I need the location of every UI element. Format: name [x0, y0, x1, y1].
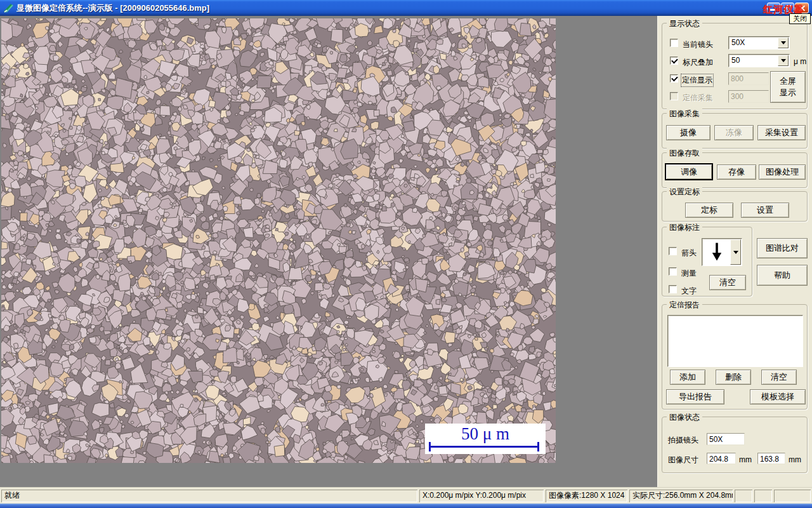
title-bar: 显微图像定倍系统--演示版 - [20090602055646.bmp] — [0, 0, 812, 16]
down-arrow-icon — [711, 243, 723, 262]
current-lens-select[interactable]: 50X — [728, 36, 790, 50]
fullscreen-button[interactable]: 全屏 显示 — [770, 71, 806, 103]
taskbar-edge — [0, 504, 812, 508]
scale-bar-overlay: 50 μ m — [425, 424, 546, 454]
status-empty-panel — [754, 490, 772, 502]
minimize-button[interactable] — [767, 3, 780, 13]
chevron-down-icon[interactable] — [778, 37, 789, 48]
export-report-button[interactable]: 导出报告 — [666, 389, 724, 404]
fixed-capture-checkbox — [670, 92, 678, 100]
fixed-capture-label: 定倍采集 — [683, 93, 713, 104]
scale-overlay-unit: μ m — [794, 57, 806, 66]
status-pixel-scale: X:0.200μ m/pix Y:0.200μ m/pix — [419, 490, 544, 502]
control-panel: 显示状态 当前镜头 50X 标尺叠加 50 μ m 定倍显示 800 定倍采集 … — [657, 16, 812, 487]
status-ready: 就绪 — [1, 490, 417, 502]
group-image-storage: 图像存取 调像 存像 图像处理 — [662, 152, 808, 188]
text-label: 文字 — [681, 286, 697, 297]
image-height-unit: mm — [789, 455, 801, 464]
capture-button[interactable]: 摄像 — [666, 125, 710, 140]
restore-button[interactable] — [781, 3, 794, 13]
group-title: 图像标注 — [667, 222, 702, 233]
save-image-button[interactable]: 存像 — [717, 164, 756, 180]
template-select-button[interactable]: 模板选择 — [750, 389, 806, 404]
app-window: 显微图像定倍系统--演示版 - [20090602055646.bmp] 红河仪… — [0, 0, 812, 508]
report-delete-button[interactable]: 删除 — [716, 370, 751, 385]
image-height-field: 163.8 — [757, 453, 785, 464]
window-title: 显微图像定倍系统--演示版 - [20090602055646.bmp] — [16, 3, 209, 14]
group-title: 设置定标 — [667, 187, 702, 197]
image-width-unit: mm — [739, 455, 752, 464]
annotation-clear-button[interactable]: 清空 — [709, 275, 746, 290]
image-size-label: 图像尺寸 — [668, 455, 698, 465]
capture-settings-button[interactable]: 采集设置 — [757, 125, 806, 140]
minimize-icon — [770, 9, 775, 11]
group-calibration: 设置定标 定标 设置 — [662, 191, 808, 222]
image-process-button[interactable]: 图像处理 — [759, 164, 806, 180]
report-add-button[interactable]: 添加 — [670, 370, 705, 385]
settings-button[interactable]: 设置 — [741, 203, 789, 218]
status-empty-panel — [735, 490, 752, 502]
lens-value-field: 50X — [707, 433, 745, 445]
group-display-status: 显示状态 当前镜头 50X 标尺叠加 50 μ m 定倍显示 800 定倍采集 … — [662, 23, 808, 109]
image-width-field: 204.8 — [707, 453, 736, 464]
group-title: 图像采集 — [667, 109, 702, 119]
group-image-capture: 图像采集 摄像 冻像 采集设置 — [662, 113, 808, 149]
status-empty-panel — [774, 490, 811, 502]
scale-bar-line — [429, 446, 539, 448]
status-actual-size: 实际尺寸:256.0mm X 204.8mm — [629, 490, 733, 502]
load-image-button[interactable]: 调像 — [665, 163, 713, 180]
status-bar: 就绪 X:0.200μ m/pix Y:0.200μ m/pix 图像像素:12… — [0, 487, 812, 504]
group-annotation: 图像标注 箭头 测量 文字 清空 — [662, 227, 752, 297]
fixed-capture-input: 300 — [728, 90, 769, 103]
fixed-display-input: 800 — [728, 72, 769, 85]
scale-overlay-label: 标尺叠加 — [683, 57, 713, 68]
chevron-down-icon[interactable] — [778, 55, 789, 66]
current-lens-checkbox[interactable] — [670, 39, 678, 47]
arrow-checkbox[interactable] — [669, 247, 677, 255]
micrograph-image — [1, 18, 556, 463]
lens-label: 拍摄镜头 — [668, 435, 698, 446]
group-title: 定倍报告 — [667, 300, 702, 311]
scale-overlay-checkbox[interactable] — [670, 57, 678, 65]
scale-overlay-select[interactable]: 50 — [728, 54, 790, 67]
arrow-style-select[interactable] — [702, 238, 742, 266]
calibrate-button[interactable]: 定标 — [685, 203, 733, 218]
text-checkbox[interactable] — [669, 285, 677, 293]
group-report: 定倍报告 添加 删除 清空 导出报告 模板选择 — [662, 304, 808, 410]
atlas-compare-button[interactable]: 图谱比对 — [757, 238, 808, 258]
app-icon — [3, 3, 14, 13]
client-area: 50 μ m — [0, 16, 657, 487]
status-image-pixels: 图像像素:1280 X 1024 — [546, 490, 627, 502]
help-button[interactable]: 帮助 — [757, 265, 808, 286]
close-button[interactable] — [795, 3, 809, 13]
scale-bar-label: 50 μ m — [425, 424, 546, 444]
group-title: 图像状态 — [667, 412, 702, 423]
close-tooltip: 关闭 — [789, 13, 811, 24]
report-listbox[interactable] — [667, 315, 803, 367]
measure-checkbox[interactable] — [669, 267, 677, 276]
group-image-status: 图像状态 拍摄镜头 50X 图像尺寸 204.8 mm 163.8 mm — [662, 417, 808, 473]
report-clear-button[interactable]: 清空 — [761, 370, 797, 385]
fixed-display-checkbox[interactable] — [670, 74, 678, 83]
freeze-button: 冻像 — [714, 125, 754, 140]
group-title: 图像存取 — [667, 148, 702, 159]
fixed-display-label: 定倍显示 — [682, 75, 712, 86]
chevron-down-icon[interactable] — [730, 239, 741, 265]
group-title: 显示状态 — [667, 18, 702, 29]
arrow-label: 箭头 — [681, 248, 697, 258]
measure-label: 测量 — [681, 268, 697, 279]
current-lens-label: 当前镜头 — [683, 39, 713, 50]
